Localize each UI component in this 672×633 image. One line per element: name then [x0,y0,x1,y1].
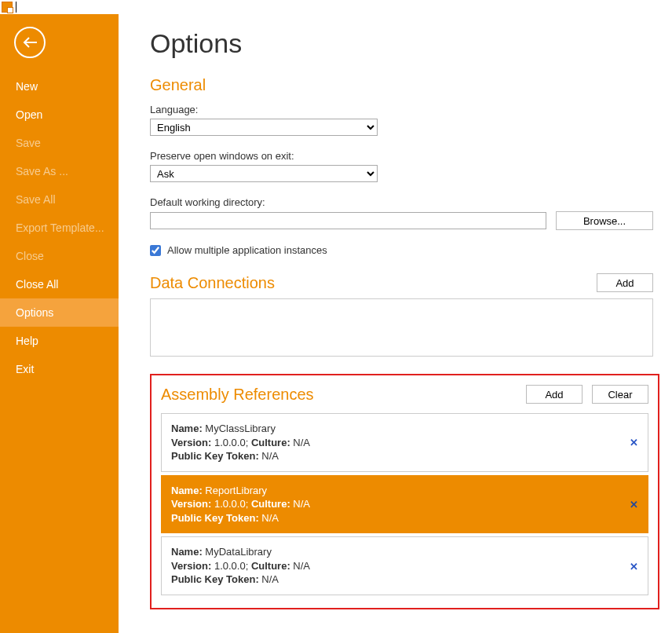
language-select[interactable]: English [150,119,378,136]
text-cursor [16,2,16,13]
page-title: Options [150,28,653,59]
remove-assembly-ref-icon[interactable]: ✕ [630,437,638,448]
assembly-ref-name: Name: ReportLibrary [171,484,638,498]
remove-assembly-ref-icon[interactable]: ✕ [630,560,638,572]
sidebar-item-export-template: Export Template... [0,214,119,242]
sidebar-item-save: Save [0,129,119,157]
allow-multiple-checkbox[interactable] [150,245,161,256]
app-icon [2,2,13,13]
sidebar-item-help[interactable]: Help [0,327,119,355]
assembly-ref-pkt: Public Key Token: N/A [171,573,638,587]
sidebar-item-close-all[interactable]: Close All [0,270,119,298]
browse-button[interactable]: Browse... [556,211,653,230]
titlebar [0,0,672,14]
directory-input[interactable] [150,212,546,229]
remove-assembly-ref-icon[interactable]: ✕ [630,498,638,510]
allow-multiple-label: Allow multiple application instances [167,244,327,256]
assembly-references-highlight: Assembly References Add Clear Name: MyCl… [150,374,659,609]
assembly-ref-item[interactable]: Name: ReportLibraryVersion: 1.0.0.0; Cul… [161,475,648,534]
directory-label: Default working directory: [150,196,653,208]
back-button[interactable] [14,27,46,58]
sidebar-item-save-all: Save All [0,185,119,214]
sidebar-item-open[interactable]: Open [0,101,119,129]
section-general-heading: General [150,76,653,94]
section-assembly-refs-heading: Assembly References [161,386,314,404]
sidebar-item-new[interactable]: New [0,72,119,101]
assembly-ref-name: Name: MyDataLibrary [171,545,638,559]
sidebar-item-exit[interactable]: Exit [0,355,119,383]
preserve-label: Preserve open windows on exit: [150,150,653,162]
preserve-select[interactable]: Ask [150,165,378,182]
section-data-connections-heading: Data Connections [150,274,275,292]
arrow-left-icon [21,34,38,51]
main-content: Options General Language: English Preser… [119,14,672,633]
assembly-ref-pkt: Public Key Token: N/A [171,449,638,463]
assembly-ref-version-culture: Version: 1.0.0.0; Culture: N/A [171,559,638,573]
assembly-ref-pkt: Public Key Token: N/A [171,511,638,525]
assembly-ref-item[interactable]: Name: MyDataLibraryVersion: 1.0.0.0; Cul… [161,536,648,595]
sidebar-item-close: Close [0,242,119,270]
sidebar-item-options[interactable]: Options [0,298,119,327]
sidebar-item-save-as: Save As ... [0,157,119,185]
assembly-ref-version-culture: Version: 1.0.0.0; Culture: N/A [171,436,638,450]
sidebar: NewOpenSaveSave As ...Save AllExport Tem… [0,14,119,633]
assembly-ref-name: Name: MyClassLibrary [171,422,638,436]
assembly-refs-list: Name: MyClassLibraryVersion: 1.0.0.0; Cu… [161,413,648,595]
allow-multiple-row[interactable]: Allow multiple application instances [150,244,653,256]
data-connections-list [150,298,653,357]
assembly-ref-version-culture: Version: 1.0.0.0; Culture: N/A [171,497,638,511]
assembly-ref-item[interactable]: Name: MyClassLibraryVersion: 1.0.0.0; Cu… [161,413,648,472]
assembly-refs-add-button[interactable]: Add [526,385,583,404]
assembly-refs-clear-button[interactable]: Clear [592,385,648,404]
data-connections-add-button[interactable]: Add [597,273,653,292]
language-label: Language: [150,104,653,115]
